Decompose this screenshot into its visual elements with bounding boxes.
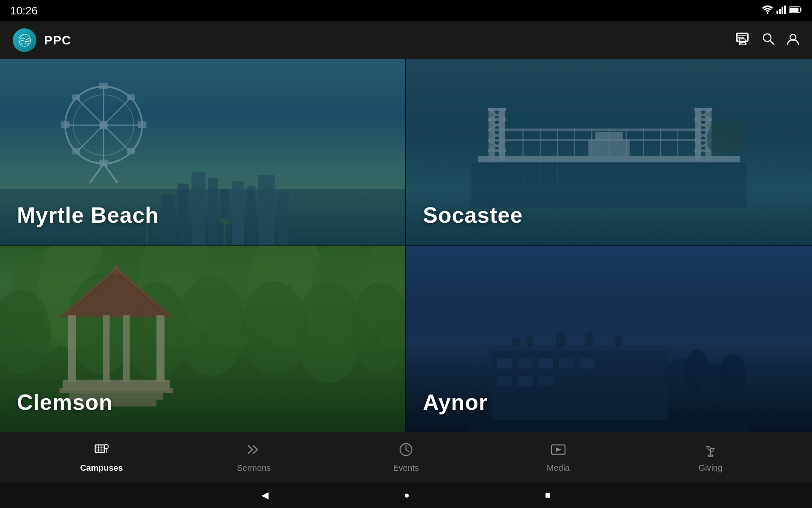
header-left: PPC	[13, 28, 71, 52]
campus-card-myrtle-beach[interactable]: Myrtle Beach	[0, 59, 406, 246]
svg-rect-1	[776, 11, 778, 14]
nav-item-campuses[interactable]: Campuses	[76, 442, 127, 473]
campus-name-socastee: Socastee	[423, 202, 523, 228]
sermons-label: Sermons	[237, 463, 271, 473]
account-icon[interactable]	[787, 33, 799, 48]
header-right	[736, 33, 799, 48]
status-icons	[762, 6, 802, 16]
svg-rect-2	[779, 9, 781, 14]
campuses-label: Campuses	[80, 463, 123, 473]
campus-card-socastee[interactable]: Socastee	[406, 59, 812, 246]
battery-icon	[789, 6, 802, 15]
campuses-icon	[93, 442, 110, 460]
giving-icon	[702, 442, 719, 460]
media-icon	[550, 442, 566, 460]
svg-line-157	[406, 450, 409, 452]
svg-rect-3	[782, 7, 783, 14]
nav-item-sermons[interactable]: Sermons	[228, 442, 279, 473]
home-button[interactable]: ●	[404, 490, 409, 501]
svg-line-16	[770, 41, 774, 44]
svg-marker-159	[556, 447, 562, 452]
events-icon	[398, 442, 414, 460]
search-icon[interactable]	[762, 33, 775, 48]
system-nav-bar: ◀ ● ■	[0, 483, 812, 508]
campus-card-aynor[interactable]: Aynor	[406, 246, 812, 432]
campus-card-clemson[interactable]: Clemson	[0, 246, 406, 432]
svg-point-0	[767, 12, 768, 14]
events-label: Events	[393, 463, 419, 473]
nav-item-events[interactable]: Events	[381, 442, 431, 473]
signal-icon	[776, 6, 786, 16]
status-bar: 10:26	[0, 0, 812, 21]
app-logo	[13, 28, 36, 52]
campus-name-myrtle-beach: Myrtle Beach	[17, 202, 159, 228]
sermons-icon	[246, 442, 262, 460]
wifi-icon	[762, 6, 773, 16]
app-title: PPC	[44, 33, 71, 47]
recents-button[interactable]: ■	[545, 490, 551, 501]
media-label: Media	[547, 463, 570, 473]
campus-grid: Myrtle Beach	[0, 59, 812, 432]
chat-icon[interactable]	[736, 33, 750, 48]
svg-rect-6	[800, 8, 801, 11]
campus-name-aynor: Aynor	[423, 389, 488, 415]
status-time: 10:26	[10, 4, 38, 17]
giving-label: Giving	[699, 463, 723, 473]
svg-rect-11	[738, 37, 744, 39]
nav-item-media[interactable]: Media	[533, 442, 584, 473]
svg-rect-149	[95, 445, 104, 453]
svg-rect-4	[784, 6, 786, 14]
svg-point-8	[17, 33, 32, 47]
nav-item-giving[interactable]: Giving	[685, 442, 736, 473]
campus-name-clemson: Clemson	[17, 389, 113, 415]
bottom-nav: Campuses Sermons Events	[0, 432, 812, 483]
svg-rect-7	[790, 8, 798, 12]
back-button[interactable]: ◀	[261, 490, 269, 501]
svg-rect-10	[738, 35, 746, 36]
header: PPC	[0, 21, 812, 59]
